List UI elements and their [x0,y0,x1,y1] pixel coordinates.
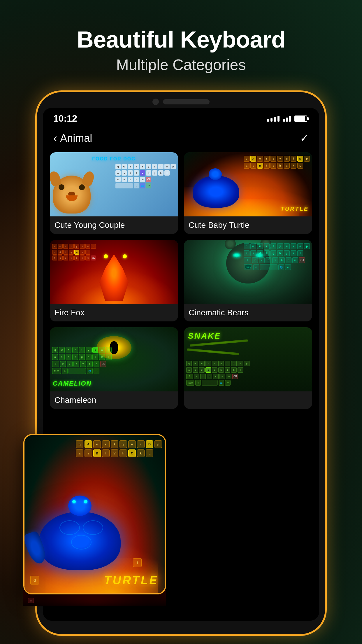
keyboard-grid: FOOD FOR DOG [43,149,319,412]
card-label-fire-fox: Fire Fox [50,304,178,321]
nav-bar: ‹ Animal ✓ [43,127,319,149]
check-icon[interactable]: ✓ [300,132,309,144]
card-label-cinematic-bears: Cinematic Bears [184,304,312,321]
chameleon-card-keys: q w e r t y k a p a [52,347,176,374]
back-arrow-icon: ‹ [53,132,57,145]
header-section: Beautiful Keyboard Multiple Categories [0,0,362,82]
keyboard-card-snake[interactable]: SNAKE q w e r t y [184,327,312,409]
phone-notch-area [37,92,325,108]
turtle-overlay-text: TURTLE [280,206,309,212]
wifi-icon [283,116,291,122]
card-image-firefox: w e r t y i o p s d [50,240,178,304]
battery-icon [294,116,309,122]
expanded-turtle-keys: q A e r t y u i D p a s B f V h C k L [76,440,162,457]
fox-figure [99,254,129,301]
card-image-turtle: q A e r t y u i D p [184,152,312,216]
firefox-card-keys: w e r t y i o p s d [52,244,96,260]
phone-pill [163,99,210,104]
status-time: 10:12 [53,113,77,124]
turtle-card-keys: q A e r t y u i D p [244,156,310,169]
status-bar: 10:12 [43,108,319,127]
snake-text: SNAKE [188,331,221,341]
food-for-dog-text: FOOD FOR DOG [92,156,136,162]
expanded-turtle-bg: q A e r t y u i D p a s B f V h C k L [24,435,165,593]
card-label-chameleon: Chameleon [50,391,178,409]
expanded-turtle-label: TURTLE [104,574,159,587]
keyboard-card-cute-young-couple[interactable]: FOOD FOR DOG [50,152,178,234]
card-label-cute-young-couple: Cute Young Couple [50,216,178,234]
expanded-turtle-body [39,512,121,570]
category-label: Animal [60,132,92,144]
turtle-silhouette [193,176,239,208]
keyboard-card-fire-fox[interactable]: w e r t y i o p s d [50,240,178,321]
card-image-chameleon: q w e r t y k a p a [50,327,178,391]
camelion-text: CAMELION [53,380,92,387]
dog-keyboard-keys: q w e r t y u i o p [115,164,176,188]
keyboard-card-cute-baby-turtle[interactable]: q A e r t y u i D p [184,152,312,234]
keyboard-card-chameleon[interactable]: q w e r t y k a p a [50,327,178,409]
card-label-cute-baby-turtle: Cute Baby Turtle [184,216,312,234]
dog-figure [53,176,91,214]
bears-card-keys: q w e r t y u i o p [244,243,310,270]
page-title: Beautiful Keyboard [0,26,362,53]
phone-camera [152,99,159,105]
page-subtitle: Multiple Categories [0,56,362,74]
status-icons [267,116,309,122]
card-image-bears: q w e r t y u i o p [184,240,312,304]
expanded-turtle-card[interactable]: q A e r t y u i D p a s B f V h C k L [23,434,166,594]
keyboard-card-cinematic-bears[interactable]: q w e r t y u i o p [184,240,312,321]
snake-card-keys: q w e r t y u i o p [186,361,310,386]
card-image-snake: SNAKE q w e r t y [184,327,312,391]
heart-card-key-hint: a [28,598,34,603]
back-button[interactable]: ‹ Animal [53,132,92,145]
card-image-dog: FOOD FOR DOG [50,152,178,216]
signal-icon [267,116,280,122]
